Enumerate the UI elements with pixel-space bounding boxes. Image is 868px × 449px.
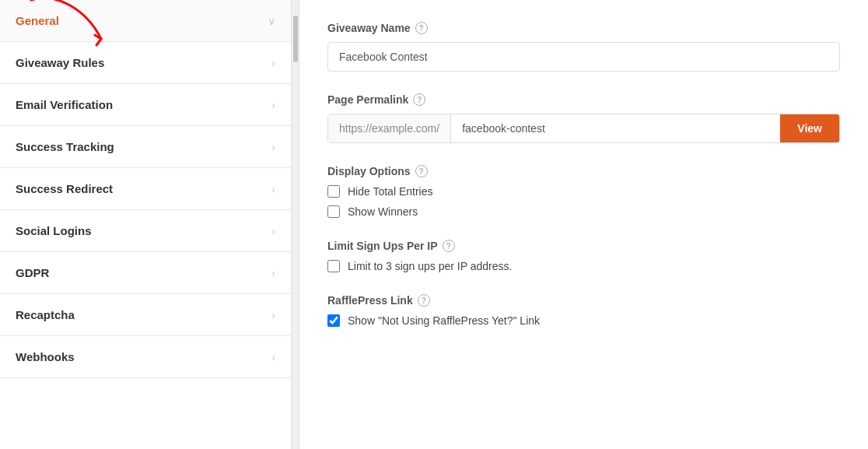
chevron-icon-webhooks: › <box>271 351 275 363</box>
show-winners-row: Show Winners <box>327 205 840 218</box>
permalink-row: https://example.com/ View <box>327 114 840 143</box>
sidebar-item-giveaway-rules[interactable]: Giveaway Rules› <box>0 42 291 84</box>
giveaway-name-input[interactable] <box>327 42 840 72</box>
limit-signups-row: Limit to 3 sign ups per IP address. <box>327 260 840 272</box>
hide-total-entries-row: Hide Total Entries <box>327 185 840 198</box>
sidebar-item-label-success-tracking: Success Tracking <box>16 140 114 153</box>
display-options-label-text: Display Options <box>327 165 411 177</box>
sidebar-item-label-general: General <box>16 14 59 27</box>
show-not-using-label: Show "Not Using RafflePress Yet?" Link <box>348 314 540 327</box>
chevron-down-icon-general: ∨ <box>268 15 275 27</box>
limit-signups-label-text: Limit to 3 sign ups per IP address. <box>348 260 512 272</box>
giveaway-name-label-text: Giveaway Name <box>327 22 411 34</box>
sidebar-item-success-redirect[interactable]: Success Redirect› <box>0 168 291 210</box>
chevron-icon-recaptcha: › <box>271 309 275 321</box>
page-permalink-label: Page Permalink ? <box>327 93 840 106</box>
chevron-icon-social-logins: › <box>271 225 275 237</box>
hide-total-entries-label: Hide Total Entries <box>348 185 432 198</box>
giveaway-name-label: Giveaway Name ? <box>327 22 840 34</box>
permalink-prefix: https://example.com/ <box>328 114 451 142</box>
sidebar-item-label-success-redirect: Success Redirect <box>16 182 113 195</box>
sidebar-item-webhooks[interactable]: Webhooks› <box>0 336 291 378</box>
rafflepress-link-help-icon[interactable]: ? <box>418 294 430 307</box>
limit-signups-label-text: Limit Sign Ups Per IP <box>327 240 438 252</box>
sidebar-item-label-giveaway-rules: Giveaway Rules <box>16 56 104 69</box>
sidebar: General∨Giveaway Rules›Email Verificatio… <box>0 0 292 449</box>
giveaway-name-help-icon[interactable]: ? <box>415 22 428 34</box>
sidebar-item-social-logins[interactable]: Social Logins› <box>0 210 291 252</box>
show-winners-checkbox[interactable] <box>327 205 340 218</box>
giveaway-name-section: Giveaway Name ? <box>327 22 840 72</box>
sidebar-item-label-webhooks: Webhooks <box>16 350 75 363</box>
chevron-icon-giveaway-rules: › <box>271 57 275 69</box>
show-not-using-checkbox[interactable] <box>327 314 340 327</box>
page-permalink-section: Page Permalink ? https://example.com/ Vi… <box>327 93 840 143</box>
limit-signups-label: Limit Sign Ups Per IP ? <box>327 240 840 252</box>
display-options-help-icon[interactable]: ? <box>415 165 428 177</box>
page-permalink-label-text: Page Permalink <box>327 93 408 106</box>
permalink-input[interactable] <box>451 114 780 142</box>
sidebar-item-gdpr[interactable]: GDPR› <box>0 252 291 294</box>
display-options-section: Display Options ? Hide Total Entries Sho… <box>327 165 840 218</box>
rafflepress-link-section: RafflePress Link ? Show "Not Using Raffl… <box>327 294 840 327</box>
limit-signups-checkbox[interactable] <box>327 260 340 272</box>
main-content: Giveaway Name ? Page Permalink ? https:/… <box>299 0 868 449</box>
limit-signups-help-icon[interactable]: ? <box>443 240 455 252</box>
chevron-icon-email-verification: › <box>271 99 275 111</box>
sidebar-item-success-tracking[interactable]: Success Tracking› <box>0 126 291 168</box>
sidebar-item-label-email-verification: Email Verification <box>16 98 113 111</box>
rafflepress-link-label-text: RafflePress Link <box>327 294 413 307</box>
display-options-label: Display Options ? <box>327 165 840 177</box>
scrollbar-thumb[interactable] <box>293 16 298 62</box>
rafflepress-link-label: RafflePress Link ? <box>327 294 840 307</box>
show-not-using-row: Show "Not Using RafflePress Yet?" Link <box>327 314 840 327</box>
view-button[interactable]: View <box>780 114 839 142</box>
sidebar-item-email-verification[interactable]: Email Verification› <box>0 84 291 126</box>
page-permalink-help-icon[interactable]: ? <box>413 93 425 106</box>
hide-total-entries-checkbox[interactable] <box>327 185 340 198</box>
show-winners-label: Show Winners <box>348 205 418 218</box>
chevron-icon-gdpr: › <box>271 267 275 279</box>
scrollbar[interactable] <box>292 0 299 449</box>
sidebar-item-general[interactable]: General∨ <box>0 0 291 42</box>
sidebar-item-recaptcha[interactable]: Recaptcha› <box>0 294 291 336</box>
chevron-icon-success-tracking: › <box>271 141 275 153</box>
limit-signups-section: Limit Sign Ups Per IP ? Limit to 3 sign … <box>327 240 840 272</box>
sidebar-item-label-gdpr: GDPR <box>16 266 49 279</box>
sidebar-item-label-social-logins: Social Logins <box>16 224 92 237</box>
sidebar-item-label-recaptcha: Recaptcha <box>16 308 75 321</box>
chevron-icon-success-redirect: › <box>271 183 275 195</box>
